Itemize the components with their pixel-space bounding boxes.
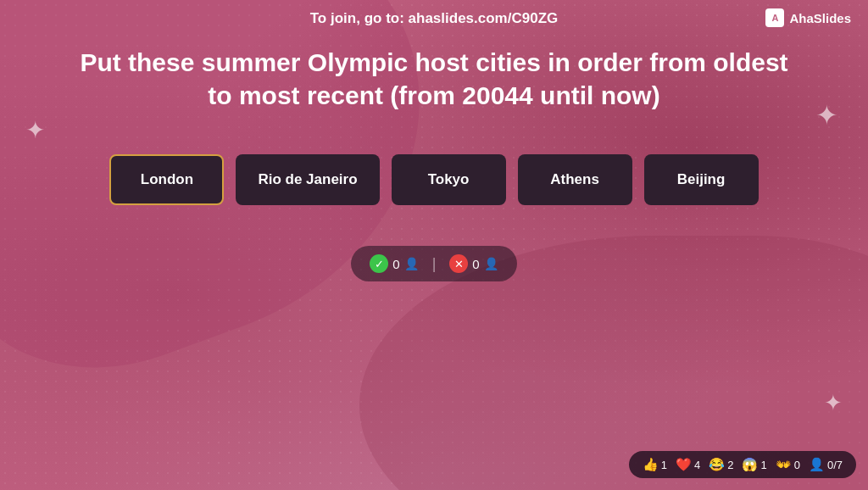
participants-count: 0/7 <box>827 459 843 471</box>
wrong-count: 0 <box>472 257 479 271</box>
shock-emoji: 😱 <box>742 457 758 472</box>
clap-emoji: 👐 <box>776 457 792 472</box>
reaction-shock: 😱 1 <box>742 457 766 472</box>
reaction-participants: 👤 0/7 <box>809 457 843 472</box>
laugh-emoji: 😂 <box>709 457 725 472</box>
city-card-athens[interactable]: Athens <box>518 154 632 205</box>
reaction-heart: ❤️ 4 <box>676 457 700 472</box>
sparkle-icon-bottom-right: ✦ <box>824 392 843 414</box>
join-instruction: To join, go to: ahaslides.com/C90ZG <box>310 10 559 27</box>
city-card-london[interactable]: London <box>109 154 224 205</box>
person-icon-wrong: 👤 <box>484 257 498 270</box>
logo-text: AhaSlides <box>789 11 851 25</box>
join-url: ahaslides.com/C90ZG <box>409 10 559 26</box>
correct-count: 0 <box>392 257 399 271</box>
city-card-tokyo[interactable]: Tokyo <box>392 154 506 205</box>
status-bar: ✓ 0 👤 | ✕ 0 👤 <box>351 246 516 281</box>
check-icon: ✓ <box>370 254 388 273</box>
shock-count: 1 <box>760 459 766 471</box>
city-cards-row: London Rio de Janeiro Tokyo Athens Beiji… <box>109 154 758 205</box>
question-title: Put these summer Olympic host cities in … <box>19 37 849 129</box>
thumbsup-emoji: 👍 <box>643 457 659 472</box>
city-card-beijing[interactable]: Beijing <box>644 154 759 205</box>
reaction-thumbsup: 👍 1 <box>643 457 667 472</box>
wrong-status: ✕ 0 👤 <box>449 254 498 273</box>
person-icon-correct: 👤 <box>404 257 419 270</box>
correct-status: ✓ 0 👤 <box>370 254 418 273</box>
sparkle-icon-top-left: ✦ <box>25 119 45 142</box>
header: To join, go to: ahaslides.com/C90ZG A Ah… <box>0 0 868 37</box>
heart-emoji: ❤️ <box>676 457 692 472</box>
reaction-laugh: 😂 2 <box>709 457 733 472</box>
status-divider: | <box>429 255 440 273</box>
participants-emoji: 👤 <box>809 457 825 472</box>
thumbsup-count: 1 <box>661 459 667 471</box>
ahaslides-logo: A AhaSlides <box>765 8 851 27</box>
sparkle-icon-top-right: ✦ <box>815 102 838 129</box>
reactions-bar: 👍 1 ❤️ 4 😂 2 😱 1 👐 0 👤 0/7 <box>629 451 856 478</box>
city-card-rio[interactable]: Rio de Janeiro <box>236 154 379 205</box>
logo-icon: A <box>765 8 784 27</box>
x-icon: ✕ <box>449 254 468 273</box>
reaction-clap: 👐 0 <box>776 457 800 472</box>
laugh-count: 2 <box>727 459 733 471</box>
heart-count: 4 <box>694 459 700 471</box>
join-prefix: To join, go to: <box>310 10 409 26</box>
clap-count: 0 <box>794 459 800 471</box>
